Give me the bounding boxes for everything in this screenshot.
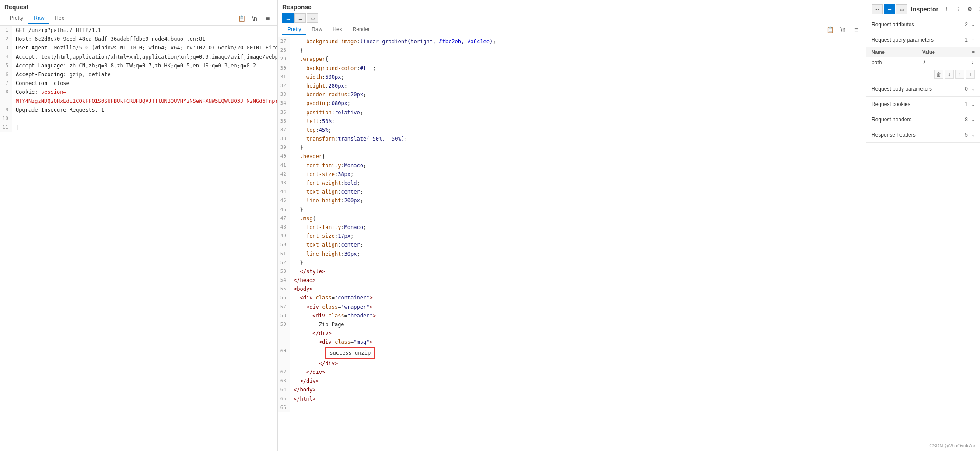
param-down-btn[interactable]: ↓	[945, 70, 954, 79]
tab-hex-request[interactable]: Hex	[49, 13, 69, 24]
inspector-panel: ☷ ☰ ▭ Inspector ⁞ ⁝ ⚙ ✕ Request attribut…	[866, 0, 980, 451]
inspector-section-request-headers: Request headers 8 ⌄	[866, 112, 980, 127]
resp-line-28: 28 }	[278, 46, 866, 55]
tab-raw-response[interactable]: Raw	[306, 25, 327, 35]
response-panel-header: Response ☷ ☰ ▭ Pretty Raw Hex Render 📋 \…	[278, 0, 866, 37]
query-params-table-wrap: Name Value ≡ path ./ › 🗑	[866, 47, 980, 81]
request-headers-chevron: ⌄	[971, 117, 975, 122]
resp-line-59a: 59 Zip Page	[278, 320, 866, 329]
inspector-section-body-params: Request body parameters 0 ⌄	[866, 81, 980, 97]
resp-line-51: 51 line-height:30px;	[278, 250, 866, 258]
resp-line-35: 35 position:relative;	[278, 108, 866, 117]
resp-line-29: 29 .wrapper{	[278, 55, 866, 63]
resp-line-44: 44 text-align:center;	[278, 187, 866, 196]
resp-line-34: 34 padding:080px;	[278, 99, 866, 108]
resp-line-30: 30 background-color:#fff;	[278, 64, 866, 73]
request-code-area: 1 GET /unzip?path=./ HTTP/1.1 2 Host: 6c…	[0, 26, 277, 451]
query-params-header[interactable]: Request query parameters 1 ⌃	[866, 32, 980, 47]
inspector-action-icons: ⁞ ⁝ ⚙ ✕	[942, 4, 980, 14]
param-row-arrow[interactable]: ›	[967, 57, 980, 68]
inspector-section-response-headers: Response headers 5 ⌄	[866, 127, 980, 143]
resp-line-39: 39 }	[278, 143, 866, 152]
query-params-count: 1	[965, 37, 968, 43]
request-attributes-header[interactable]: Request attributes 2 ⌄	[866, 17, 980, 32]
response-panel: Response ☷ ☰ ▭ Pretty Raw Hex Render 📋 \…	[278, 0, 866, 451]
response-tabs: Pretty Raw Hex Render 📋 \n ≡	[282, 25, 861, 35]
resp-line-55: 55 <body>	[278, 285, 866, 293]
view-panel-btn[interactable]: ▭	[307, 13, 318, 23]
param-delete-btn[interactable]: 🗑	[934, 70, 943, 79]
col-name: Name	[866, 47, 917, 57]
request-headers-header[interactable]: Request headers 8 ⌄	[866, 112, 980, 127]
request-headers-label: Request headers	[872, 116, 965, 123]
inspector-view-btn-2[interactable]: ☰	[884, 4, 895, 14]
inspector-section-cookies: Request cookies 1 ⌄	[866, 97, 980, 112]
request-more-btn[interactable]: ≡	[262, 13, 273, 24]
tab-render-response[interactable]: Render	[347, 25, 375, 35]
col-actions: ≡	[967, 47, 980, 57]
resp-line-33: 33 border-radius:20px;	[278, 90, 866, 99]
resp-line-54: 54 </head>	[278, 276, 866, 285]
resp-line-46: 46 }	[278, 205, 866, 214]
request-line-10: 10	[0, 114, 277, 123]
request-headers-count: 8	[965, 116, 968, 123]
request-wrap-btn[interactable]: \n	[249, 13, 260, 24]
tab-pretty-request[interactable]: Pretty	[4, 13, 28, 24]
response-headers-header[interactable]: Response headers 5 ⌄	[866, 127, 980, 142]
inspector-view-modes: ☷ ☰ ▭	[872, 4, 907, 14]
response-toolbar: ☷ ☰ ▭	[282, 13, 861, 23]
resp-line-64: 64 </body>	[278, 385, 866, 394]
param-add-btn[interactable]: +	[966, 70, 975, 79]
response-wrap-btn[interactable]: \n	[838, 25, 848, 35]
resp-line-40: 40 .header{	[278, 152, 866, 161]
inspector-view-btn-1[interactable]: ☷	[872, 4, 883, 14]
col-value: Value	[917, 47, 966, 57]
tab-raw-request[interactable]: Raw	[28, 13, 49, 24]
resp-line-42: 42 font-size:38px;	[278, 170, 866, 179]
request-line-9: 9 Upgrade-Insecure-Requests: 1	[0, 106, 277, 114]
cookies-label: Request cookies	[872, 101, 965, 107]
body-params-header[interactable]: Request body parameters 0 ⌄	[866, 81, 980, 96]
view-grid-btn[interactable]: ☷	[282, 13, 294, 23]
resp-line-49: 49 font-size:17px;	[278, 232, 866, 240]
resp-line-32: 32 height:280px;	[278, 81, 866, 90]
resp-line-41: 41 font-family:Monaco;	[278, 161, 866, 170]
tab-pretty-response[interactable]: Pretty	[282, 25, 306, 35]
inspector-align-btn[interactable]: ⁞	[942, 4, 952, 14]
resp-line-45: 45 line-height:200px;	[278, 196, 866, 205]
inspector-collapse-btn[interactable]: ⁝	[953, 4, 963, 14]
inspector-view-btn-3[interactable]: ▭	[896, 4, 907, 14]
resp-line-60b: </div>	[278, 359, 866, 368]
inspector-close-btn[interactable]: ✕	[976, 4, 980, 14]
resp-line-31: 31 width:600px;	[278, 73, 866, 81]
query-param-row-0: path ./ ›	[866, 57, 980, 68]
resp-line-38: 38 transform:translate(-50%, -50%);	[278, 134, 866, 143]
request-line-2: 2 Host: 6c2d8e70-9ced-48ca-8adf-36adabff…	[0, 35, 277, 43]
request-line-8b: MTY4NzgzNDQzOHxEdi1CQkFFQ1S0SUFBUkFCRUFB…	[0, 97, 277, 106]
tab-hex-response[interactable]: Hex	[327, 25, 347, 35]
view-list-btn[interactable]: ☰	[294, 13, 306, 23]
resp-line-65: 65 </html>	[278, 395, 866, 403]
response-copy-btn[interactable]: 📋	[825, 25, 835, 35]
query-params-table: Name Value ≡ path ./ ›	[866, 47, 980, 68]
cookies-count: 1	[965, 101, 968, 107]
cookies-header[interactable]: Request cookies 1 ⌄	[866, 97, 980, 112]
param-up-btn[interactable]: ↑	[956, 70, 964, 79]
resp-line-27: 27 background-image:linear-gradient(tori…	[278, 37, 866, 46]
resp-line-66: 66	[278, 403, 866, 412]
body-params-count: 0	[965, 86, 968, 92]
resp-line-59c: <div class="msg">	[278, 338, 866, 346]
resp-line-43: 43 font-weight:bold;	[278, 179, 866, 187]
response-more-btn[interactable]: ≡	[851, 25, 861, 35]
request-copy-btn[interactable]: 📋	[236, 13, 247, 24]
inspector-settings-btn[interactable]: ⚙	[965, 4, 974, 14]
response-title: Response	[282, 4, 861, 11]
body-params-chevron: ⌄	[971, 87, 975, 92]
resp-line-62: 62 </div>	[278, 368, 866, 377]
query-params-chevron: ⌃	[971, 38, 975, 42]
inspector-section-request-attributes: Request attributes 2 ⌄	[866, 17, 980, 32]
inspector-header: ☷ ☰ ▭ Inspector ⁞ ⁝ ⚙ ✕	[866, 0, 980, 17]
param-value-path: ./	[917, 57, 966, 68]
request-line-3: 3 User-Agent: Mozilla/5.0 (Windows NT 10…	[0, 43, 277, 52]
request-line-11: 11 |	[0, 123, 277, 132]
